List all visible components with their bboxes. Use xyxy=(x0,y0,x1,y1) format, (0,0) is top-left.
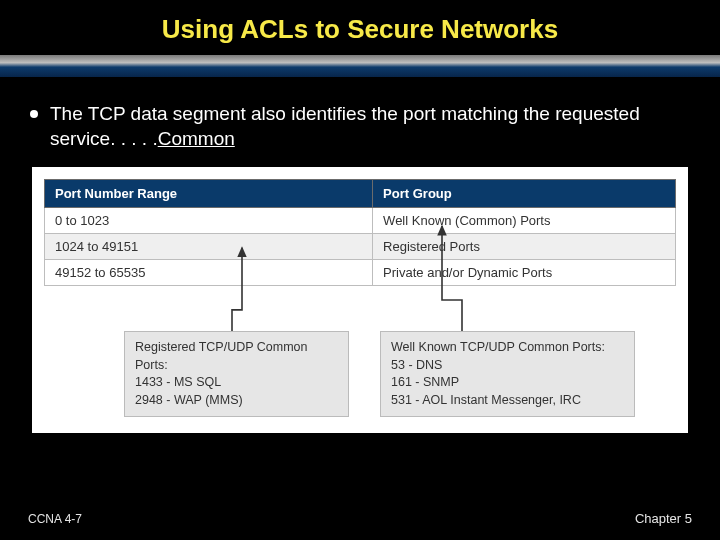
box-line: 53 - DNS xyxy=(391,357,624,375)
header-range: Port Number Range xyxy=(45,180,373,208)
wellknown-ports-box: Well Known TCP/UDP Common Ports: 53 - DN… xyxy=(380,331,635,417)
table-row: 1024 to 49151 Registered Ports xyxy=(45,234,676,260)
table-header-row: Port Number Range Port Group xyxy=(45,180,676,208)
cell-range: 0 to 1023 xyxy=(45,208,373,234)
bullet-area: The TCP data segment also identifies the… xyxy=(0,77,720,155)
bullet-dot-icon xyxy=(30,110,38,118)
table-row: 49152 to 65535 Private and/or Dynamic Po… xyxy=(45,260,676,286)
cell-group: Well Known (Common) Ports xyxy=(373,208,676,234)
footer-left: CCNA 4-7 xyxy=(28,512,82,526)
box-line: 1433 - MS SQL xyxy=(135,374,338,392)
title-divider xyxy=(0,55,720,77)
cell-group: Registered Ports xyxy=(373,234,676,260)
registered-ports-box: Registered TCP/UDP Common Ports: 1433 - … xyxy=(124,331,349,417)
cell-range: 1024 to 49151 xyxy=(45,234,373,260)
bullet-main: The TCP data segment also identifies the… xyxy=(50,103,640,149)
box-title: Well Known TCP/UDP Common Ports: xyxy=(391,339,624,357)
box-line: 2948 - WAP (MMS) xyxy=(135,392,338,410)
footer-right: Chapter 5 xyxy=(635,511,692,526)
cell-group: Private and/or Dynamic Ports xyxy=(373,260,676,286)
port-table: Port Number Range Port Group 0 to 1023 W… xyxy=(44,179,676,286)
bullet-item: The TCP data segment also identifies the… xyxy=(30,101,690,151)
table-row: 0 to 1023 Well Known (Common) Ports xyxy=(45,208,676,234)
slide-title: Using ACLs to Secure Networks xyxy=(0,0,720,45)
cell-range: 49152 to 65535 xyxy=(45,260,373,286)
box-line: 161 - SNMP xyxy=(391,374,624,392)
header-group: Port Group xyxy=(373,180,676,208)
bullet-text: The TCP data segment also identifies the… xyxy=(50,101,690,151)
box-title: Registered TCP/UDP Common Ports: xyxy=(135,339,338,374)
box-line: 531 - AOL Instant Messenger, IRC xyxy=(391,392,624,410)
diagram-container: Port Number Range Port Group 0 to 1023 W… xyxy=(30,165,690,435)
bullet-underline: Common xyxy=(158,128,235,149)
